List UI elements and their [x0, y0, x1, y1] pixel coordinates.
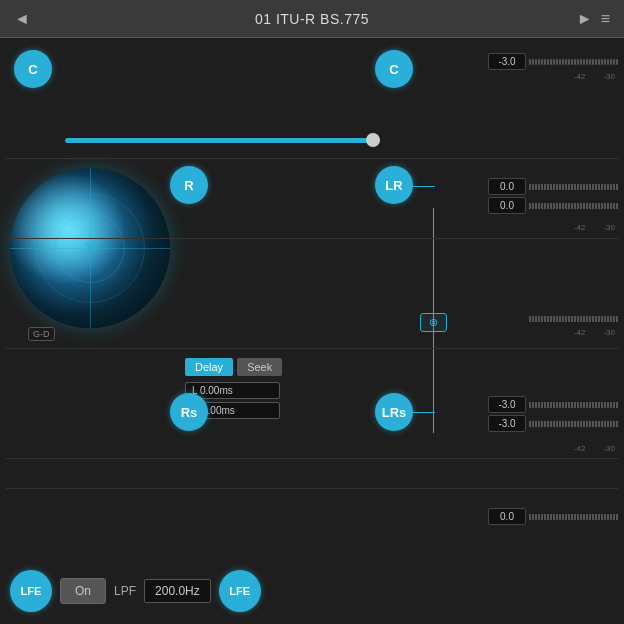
sphere-container: ✕ G-D	[10, 153, 180, 343]
play-button[interactable]: ►	[577, 10, 593, 28]
preset-title: 01 ITU-R BS.775	[255, 11, 369, 27]
on-button[interactable]: On	[60, 578, 106, 604]
sphere-vline	[90, 168, 91, 328]
c-left-button[interactable]: C	[14, 50, 52, 88]
separator-4	[6, 458, 618, 459]
separator-5	[6, 488, 618, 489]
c-right-button[interactable]: C	[375, 50, 413, 88]
lr-bot-value: 0.0	[488, 197, 526, 214]
lfe-row: LFE On LPF 200.0Hz LFE	[10, 570, 261, 612]
top-bar-controls: ► ≡	[577, 10, 610, 28]
slider-row	[10, 133, 614, 147]
lrs-bot-value: -3.0	[488, 415, 526, 432]
db-label-42-mid: -42	[574, 328, 586, 337]
lr-button[interactable]: LR	[375, 166, 413, 204]
slider-track[interactable]	[65, 138, 380, 143]
separator-1	[6, 158, 618, 159]
sphere-crosshair: ✕	[83, 237, 98, 259]
top-bar: ◄ 01 ITU-R BS.775 ► ≡	[0, 0, 624, 38]
list-button[interactable]: ≡	[601, 10, 610, 28]
db-label-30-c: -30	[603, 72, 615, 81]
delay-button[interactable]: Delay	[185, 358, 233, 376]
lfe-left-button[interactable]: LFE	[10, 570, 52, 612]
separator-2	[6, 238, 618, 239]
db-label-42-c: -42	[574, 72, 586, 81]
seek-button[interactable]: Seek	[237, 358, 282, 376]
db-label-42-lr: -42	[574, 223, 586, 232]
main-panel: C C R LR ✕ G-D Delay Seek L 0.00ms R 0.0…	[0, 38, 624, 624]
db-label-30-mid: -30	[603, 328, 615, 337]
gd-badge[interactable]: G-D	[28, 327, 55, 341]
lpf-label: LPF	[114, 584, 136, 598]
c-meter-value: -3.0	[488, 53, 526, 70]
sphere-display: ✕	[10, 168, 170, 328]
rs-button[interactable]: Rs	[170, 393, 208, 431]
db-label-30-lr: -30	[603, 223, 615, 232]
separator-3	[6, 348, 618, 349]
db-label-42-lrs: -42	[574, 444, 586, 453]
lpf-value[interactable]: 200.0Hz	[144, 579, 211, 603]
slider-thumb[interactable]	[366, 133, 380, 147]
back-button[interactable]: ◄	[14, 10, 30, 28]
db-label-30-lrs: -30	[603, 444, 615, 453]
c-meter-bar	[529, 56, 618, 68]
lrs-button[interactable]: LRs	[375, 393, 413, 431]
lfe-right-button[interactable]: LFE	[219, 570, 261, 612]
lr-top-value: 0.0	[488, 178, 526, 195]
lfe-meter-value: 0.0	[488, 508, 526, 525]
sphere-circle-outer	[35, 193, 145, 303]
lrs-top-value: -3.0	[488, 396, 526, 413]
